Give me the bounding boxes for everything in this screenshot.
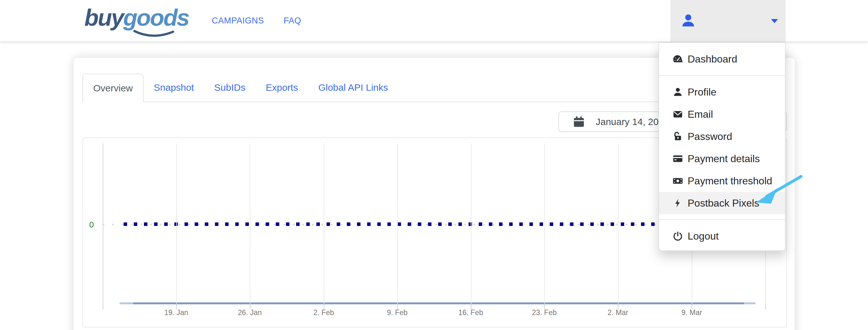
menu-item-profile[interactable]: Profile <box>659 81 785 103</box>
x-axis-label: 2. Feb <box>298 308 349 317</box>
nav-link-faq[interactable]: FAQ <box>284 16 302 26</box>
series-solid-baseline <box>120 302 755 304</box>
password-icon <box>672 130 684 142</box>
menu-item-label: Payment threshold <box>688 175 772 187</box>
user-menu-toggle[interactable] <box>671 0 785 42</box>
user-dropdown-menu: DashboardProfileEmailPasswordPayment det… <box>658 42 785 251</box>
navbar-links: CAMPAIGNSFAQ <box>212 0 301 42</box>
menu-item-email[interactable]: Email <box>659 103 785 125</box>
x-axis-label: 19. Jan <box>151 308 202 317</box>
vertical-gridline <box>618 143 619 304</box>
postback-pixels-icon <box>672 197 684 209</box>
y-axis-line <box>103 143 103 304</box>
menu-item-logout[interactable]: Logout <box>659 225 785 247</box>
y-axis-tick-label: 0 <box>79 220 94 230</box>
nav-link-campaigns[interactable]: CAMPAIGNS <box>212 16 264 26</box>
menu-item-label: Email <box>688 109 713 120</box>
logo-text-goods: goods <box>123 4 189 31</box>
menu-item-label: Password <box>688 131 732 142</box>
x-axis-tick <box>765 304 766 309</box>
x-axis-label: 26. Jan <box>224 308 275 317</box>
menu-item-label: Profile <box>688 86 716 98</box>
buygoods-logo[interactable]: buygoods <box>84 5 189 30</box>
tab-snapshot[interactable]: Snapshot <box>144 74 204 102</box>
menu-item-payment-threshold[interactable]: Payment threshold <box>659 170 785 192</box>
chevron-down-icon <box>771 19 778 23</box>
vertical-gridline <box>176 143 177 304</box>
logo-smile-icon <box>132 30 177 38</box>
email-icon <box>672 108 684 120</box>
menu-item-label: Logout <box>688 230 719 242</box>
x-axis-label: 9. Mar <box>666 308 717 317</box>
menu-item-label: Dashboard <box>688 53 737 65</box>
navbar: buygoods CAMPAIGNSFAQ <box>0 0 868 42</box>
profile-icon <box>672 86 684 98</box>
vertical-gridline <box>471 143 471 304</box>
logo-text-buy: buy <box>84 4 123 31</box>
page: { "navbar": { "logo_part1": "buy", "logo… <box>0 0 868 330</box>
vertical-gridline <box>324 143 324 304</box>
tab-exports[interactable]: Exports <box>255 74 308 102</box>
menu-item-dashboard[interactable]: Dashboard <box>659 48 785 70</box>
x-axis-label: 9. Feb <box>372 308 423 317</box>
x-axis-label: 16. Feb <box>445 308 496 317</box>
user-icon <box>680 13 696 29</box>
payment-details-icon <box>672 153 684 165</box>
menu-item-password[interactable]: Password <box>659 125 785 147</box>
x-axis-tick <box>103 304 103 309</box>
tab-global-api-links[interactable]: Global API Links <box>308 74 398 102</box>
menu-item-payment-details[interactable]: Payment details <box>659 147 785 170</box>
logout-icon <box>672 230 684 242</box>
dashboard-icon <box>672 53 684 65</box>
tab-subids[interactable]: SubIDs <box>204 74 255 102</box>
vertical-gridline <box>544 143 545 304</box>
menu-item-postback-pixels[interactable]: Postback Pixels <box>659 192 785 214</box>
tab-overview[interactable]: Overview <box>83 74 144 102</box>
x-axis-label: 23. Feb <box>519 308 570 317</box>
menu-divider <box>659 219 785 220</box>
menu-divider <box>659 75 785 76</box>
menu-item-label: Postback Pixels <box>688 197 759 209</box>
payment-threshold-icon <box>672 175 684 187</box>
x-axis-label: 2. Mar <box>592 308 643 317</box>
vertical-gridline <box>397 143 398 304</box>
calendar-icon <box>572 115 586 129</box>
vertical-gridline <box>250 143 250 304</box>
menu-item-label: Payment details <box>688 153 760 165</box>
